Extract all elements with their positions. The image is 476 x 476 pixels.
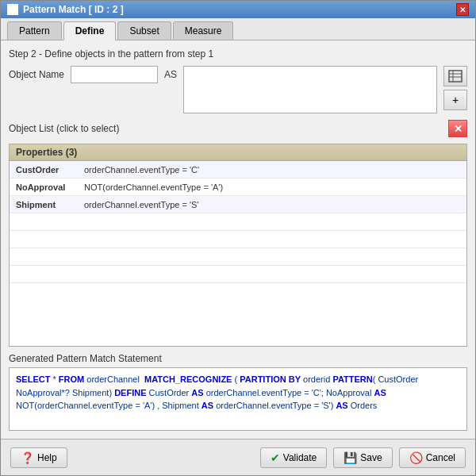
prop-value-1: NOT(orderChannel.eventType = 'A') <box>81 181 466 194</box>
empty-row <box>10 248 466 266</box>
prop-name-1: NoApproval <box>10 181 81 194</box>
table-icon-button[interactable] <box>443 66 467 86</box>
save-icon: 💾 <box>344 451 357 464</box>
help-label: Help <box>37 452 57 463</box>
main-content: Step 2 - Define objects in the pattern f… <box>1 40 475 439</box>
object-name-row: Object Name AS + <box>9 66 467 113</box>
validate-button[interactable]: ✔ Validate <box>260 447 327 468</box>
table-row[interactable]: NoApproval NOT(orderChannel.eventType = … <box>10 178 466 196</box>
cancel-label: Cancel <box>426 452 455 463</box>
validate-label: Validate <box>283 452 317 463</box>
save-label: Save <box>360 452 382 463</box>
footer: ❓ Help ✔ Validate 💾 Save 🚫 Cancel <box>1 439 475 475</box>
tabs-row: Pattern Define Subset Measure <box>1 18 475 40</box>
generated-section: Generated Pattern Match Statement SELECT… <box>9 353 467 431</box>
cancel-icon: 🚫 <box>409 451 423 464</box>
app-icon <box>7 4 18 15</box>
icon-buttons: + <box>443 66 467 110</box>
prop-name-2: Shipment <box>10 198 81 211</box>
help-button[interactable]: ❓ Help <box>10 447 67 468</box>
close-button[interactable]: ✕ <box>456 3 469 16</box>
footer-left: ❓ Help <box>10 447 67 468</box>
prop-value-2: orderChannel.eventType = 'S' <box>81 198 466 211</box>
properties-table: Properties (3) CustOrder orderChannel.ev… <box>9 144 467 347</box>
empty-row <box>10 266 466 283</box>
empty-row <box>10 231 466 248</box>
table-row[interactable]: CustOrder orderChannel.eventType = 'C' <box>10 161 466 178</box>
generated-text: SELECT * FROM orderChannel MATCH_RECOGNI… <box>9 367 467 431</box>
object-name-input[interactable] <box>71 66 158 83</box>
save-button[interactable]: 💾 Save <box>333 447 392 468</box>
generated-label: Generated Pattern Match Statement <box>9 353 467 364</box>
prop-name-0: CustOrder <box>10 163 81 176</box>
object-name-label: Object Name <box>9 66 64 80</box>
object-list-label: Object List (click to select) <box>9 123 119 134</box>
validate-icon: ✔ <box>271 451 280 464</box>
window-title: Pattern Match [ ID : 2 ] <box>23 4 124 15</box>
step-label: Step 2 - Define objects in the pattern f… <box>9 48 467 60</box>
footer-right: ✔ Validate 💾 Save 🚫 Cancel <box>260 447 466 468</box>
main-window: Pattern Match [ ID : 2 ] ✕ Pattern Defin… <box>0 0 476 476</box>
delete-button[interactable]: ✕ <box>448 120 467 137</box>
properties-header: Properties (3) <box>10 144 466 161</box>
title-bar: Pattern Match [ ID : 2 ] ✕ <box>1 1 475 18</box>
tab-measure[interactable]: Measure <box>173 21 234 40</box>
tab-subset[interactable]: Subset <box>117 21 171 40</box>
help-icon: ❓ <box>21 451 34 464</box>
prop-value-0: orderChannel.eventType = 'C' <box>81 163 466 176</box>
add-button[interactable]: + <box>443 90 467 110</box>
as-textarea[interactable] <box>183 66 437 113</box>
empty-row <box>10 213 466 231</box>
object-list-row: Object List (click to select) ✕ <box>9 120 467 137</box>
table-row[interactable]: Shipment orderChannel.eventType = 'S' <box>10 196 466 213</box>
tab-define[interactable]: Define <box>63 21 117 40</box>
svg-rect-0 <box>449 71 462 82</box>
as-label: AS <box>164 66 177 80</box>
cancel-button[interactable]: 🚫 Cancel <box>399 447 466 468</box>
tab-pattern[interactable]: Pattern <box>7 21 62 40</box>
